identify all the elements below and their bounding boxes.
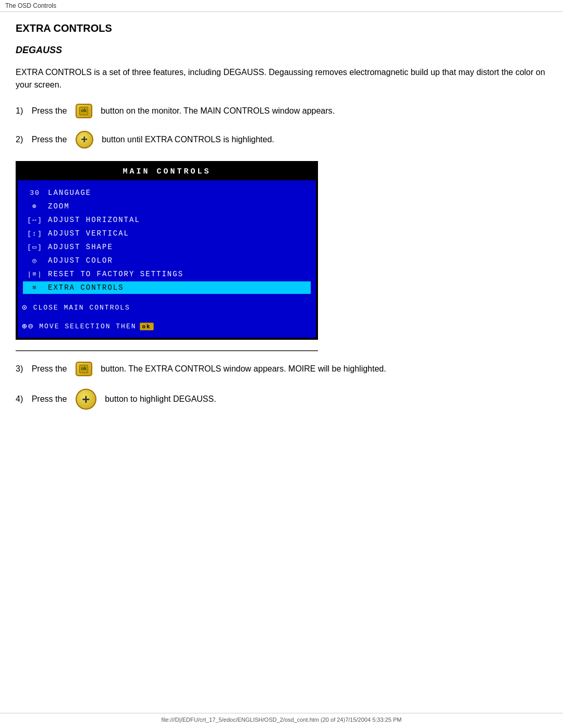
reset-icon: |≡|	[27, 270, 43, 278]
footer-move-label: MOVE SELECTION THEN	[39, 323, 136, 330]
menu-label-language: LANGUAGE	[48, 189, 91, 197]
step-2: 2) Press the + button until EXTRA CONTRO…	[16, 131, 547, 149]
step-4: 4) Press the + button to highlight DEGAU…	[16, 389, 547, 410]
monitor-display: MAIN CONTROLS 30 LANGUAGE ⊕ ZOOM [↔] ADJ…	[16, 161, 318, 340]
step-3: 3) Press the button. The EXTRA CONTROLS …	[16, 362, 547, 376]
ok-button-icon-1	[76, 104, 92, 118]
step4-prefix: Press the	[32, 393, 67, 405]
menu-item-language: 30 LANGUAGE	[23, 187, 311, 199]
monitor-menu: 30 LANGUAGE ⊕ ZOOM [↔] ADJUST HORIZONTAL…	[18, 187, 316, 294]
close-icon: ⊙	[22, 302, 28, 313]
menu-item-horiz: [↔] ADJUST HORIZONTAL	[23, 214, 311, 226]
extra-icon: ≡	[27, 284, 43, 292]
divider	[16, 350, 318, 351]
footer-close: ⊙ CLOSE MAIN CONTROLS	[18, 300, 316, 315]
zoom-icon: ⊕	[27, 202, 43, 211]
page-title: EXTRA CONTROLS	[16, 22, 547, 34]
step4-number: 4)	[16, 393, 23, 405]
step3-prefix: Press the	[32, 363, 67, 375]
step1-number: 1)	[16, 105, 23, 117]
menu-item-vert: [↕] ADJUST VERTICAL	[23, 227, 311, 240]
browser-tab: The OSD Controls	[0, 0, 563, 12]
menu-label-vert: ADJUST VERTICAL	[48, 229, 129, 238]
color-icon: ◎	[27, 256, 43, 265]
monitor-title: MAIN CONTROLS	[18, 163, 316, 180]
step-1: 1) Press the button on the monitor. The …	[16, 104, 547, 118]
vert-icon: [↕]	[27, 230, 43, 238]
step2-number: 2)	[16, 133, 23, 146]
menu-item-zoom: ⊕ ZOOM	[23, 200, 311, 213]
plus-button-icon-2: +	[76, 389, 96, 410]
step3-number: 3)	[16, 363, 23, 375]
move-icon: ⊕⊖	[22, 321, 34, 331]
footer-close-label: CLOSE MAIN CONTROLS	[33, 304, 130, 312]
menu-item-reset: |≡| RESET TO FACTORY SETTINGS	[23, 268, 311, 280]
menu-label-shape: ADJUST SHAPE	[48, 243, 113, 251]
menu-item-color: ◎ ADJUST COLOR	[23, 254, 311, 267]
page-footer: file:///D|/EDFU/crt_17_5/edoc/ENGLISH/OS…	[0, 713, 563, 723]
step1-suffix: button on the monitor. The MAIN CONTROLS…	[101, 105, 335, 117]
ok-button-icon-2	[76, 362, 92, 376]
step2-prefix: Press the	[32, 133, 67, 146]
description-text: EXTRA CONTROLS is a set of three feature…	[16, 66, 547, 91]
step2-suffix: button until EXTRA CONTROLS is highlight…	[102, 133, 274, 146]
horiz-icon: [↔]	[27, 216, 43, 224]
menu-label-zoom: ZOOM	[48, 202, 70, 211]
plus-button-icon-1: +	[76, 131, 93, 149]
footer-move: ⊕⊖ MOVE SELECTION THEN ok	[18, 319, 316, 334]
menu-label-extra: EXTRA CONTROLS	[48, 283, 124, 292]
step3-suffix: button. The EXTRA CONTROLS window appear…	[101, 363, 386, 375]
step1-prefix: Press the	[32, 105, 67, 117]
menu-label-color: ADJUST COLOR	[48, 256, 113, 265]
step4-suffix: button to highlight DEGAUSS.	[105, 393, 216, 405]
shape-icon: [▭]	[27, 243, 43, 251]
language-icon: 30	[27, 189, 43, 197]
menu-label-horiz: ADJUST HORIZONTAL	[48, 216, 140, 224]
menu-item-shape: [▭] ADJUST SHAPE	[23, 241, 311, 253]
section-title: DEGAUSS	[16, 45, 547, 56]
menu-label-reset: RESET TO FACTORY SETTINGS	[48, 270, 183, 278]
ok-badge-icon: ok	[140, 323, 154, 330]
menu-item-extra: ≡ EXTRA CONTROLS	[23, 281, 311, 294]
